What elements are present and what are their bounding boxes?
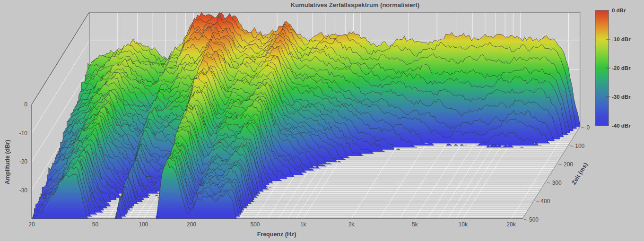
z-tick-label: 100 [575, 143, 584, 149]
x-tick-label: 5k [412, 221, 418, 228]
z-tick-label: 200 [564, 161, 573, 168]
y-axis-title: Amplitude (dBr) [4, 131, 12, 193]
csd-waterfall-chart: Kumulatives Zerfallsspektrum (normalisie… [0, 0, 644, 241]
colorbar-label: -20 dBr [612, 65, 631, 71]
colorbar: 0 dBr-10 dBr-20 dBr-30 dBr-40 dBr [595, 8, 631, 129]
y-tick-label: 0 [24, 101, 27, 108]
y-tick-label: -20 [19, 158, 28, 165]
x-tick-label: 100 [139, 221, 148, 228]
z-tick-label: 400 [540, 198, 550, 205]
plot-canvas[interactable]: 20501002005001k2k5k10k20k0-10-20-3001002… [0, 0, 644, 241]
z-tick-label: 300 [552, 180, 562, 186]
z-tick-label: 0 [587, 124, 590, 131]
x-tick-label: 10k [459, 221, 468, 228]
x-tick-label: 2k [348, 221, 355, 228]
x-tick-label: 20k [506, 221, 516, 228]
colorbar-label: -30 dBr [612, 94, 631, 100]
x-axis-title: Frequenz (Hz) [229, 231, 324, 238]
colorbar-label: -40 dBr [612, 123, 631, 129]
x-tick-label: 200 [187, 221, 196, 228]
z-tick-label: 500 [529, 216, 539, 223]
colorbar-label: 0 dBr [612, 8, 626, 13]
y-tick-label: -30 [19, 187, 28, 194]
x-tick-label: 500 [250, 221, 260, 228]
colorbar-label: -10 dBr [612, 36, 631, 42]
x-tick-label: 1k [300, 221, 307, 228]
y-tick-label: -10 [19, 130, 28, 137]
x-tick-label: 50 [92, 221, 99, 228]
x-tick-label: 20 [28, 221, 35, 228]
